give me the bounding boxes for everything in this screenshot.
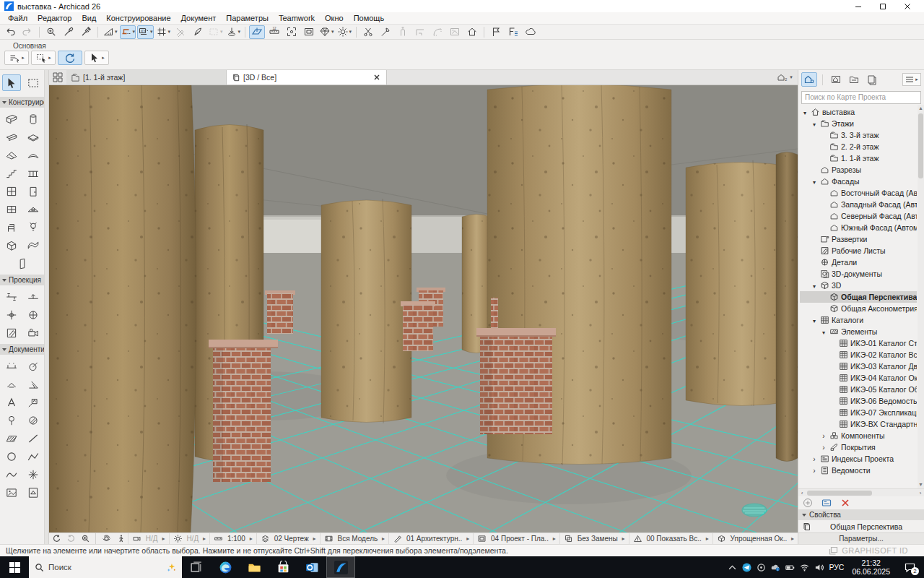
3d-scene[interactable] (49, 85, 798, 532)
marquee-tool[interactable] (24, 74, 43, 91)
patch-tool[interactable] (24, 412, 43, 428)
wall-tool[interactable] (2, 111, 21, 127)
edge-button[interactable] (211, 556, 240, 578)
elevation-tool[interactable] (24, 288, 43, 305)
tree-item[interactable]: 3D-документы (800, 268, 917, 280)
close-button[interactable] (895, 1, 920, 12)
pen-set-cell[interactable]: 01 Архитектурн.. (388, 533, 473, 544)
tree-item[interactable]: 2. 2-й этаж (800, 141, 917, 152)
tree-item[interactable]: Северный Фасад (Автоматически (800, 210, 917, 222)
expander-icon[interactable] (811, 177, 818, 186)
tree-horizontal-scrollbar[interactable]: ‹ › (798, 488, 924, 496)
split-button[interactable] (378, 25, 393, 39)
tab-close-icon[interactable] (372, 72, 382, 82)
3d-viewport[interactable] (49, 85, 798, 532)
tree-item[interactable]: Каталоги (800, 314, 917, 326)
telegram-icon[interactable] (742, 563, 751, 572)
bimcloud-button[interactable] (523, 25, 539, 39)
toolbox-section-design[interactable]: Конструирова (0, 97, 44, 108)
line-tool[interactable] (24, 430, 43, 447)
snap-grid-button[interactable] (155, 25, 172, 39)
select-mode-button[interactable] (31, 51, 56, 65)
guide-lines-button[interactable] (102, 25, 118, 39)
tree-item[interactable]: ИКЭ-05 Каталог Объектов (800, 384, 917, 395)
label-tool[interactable] (24, 394, 43, 410)
orbit-tool-button[interactable] (58, 51, 82, 65)
orbit-button[interactable] (99, 533, 113, 544)
annotation-tool[interactable] (2, 412, 21, 428)
tree-item[interactable]: ИКЭ-06 Ведомость Проемов (800, 395, 917, 407)
menu-item[interactable]: Документ (176, 12, 222, 24)
tree-item[interactable]: Развертки (800, 233, 917, 245)
tree-item[interactable]: Восточный Фасад (Автоматическ (800, 187, 917, 199)
microsoft-store-button[interactable] (269, 556, 297, 578)
toolbox-section-document[interactable]: Документирова (0, 344, 44, 355)
menu-item[interactable]: Teamwork (274, 12, 320, 24)
file-explorer-button[interactable] (240, 556, 269, 578)
radial-dimension-tool[interactable] (24, 358, 43, 374)
angle-dimension-tool[interactable] (24, 376, 43, 392)
slab-tool[interactable] (24, 129, 43, 145)
drag-tool-button[interactable] (4, 51, 29, 65)
opening-tool[interactable] (13, 255, 32, 272)
input-constraints-button[interactable]: XY (137, 25, 154, 39)
scroll-up-icon[interactable]: ▲ (918, 105, 924, 112)
settings-button[interactable]: Параметры... (798, 532, 924, 544)
spline-tool[interactable] (2, 466, 21, 483)
graphisoft-id[interactable]: GRAPHISOFT ID (829, 546, 918, 556)
menu-item[interactable]: Редактор (32, 12, 77, 24)
scroll-left-icon[interactable]: ‹ (798, 489, 806, 496)
circle-tool[interactable] (2, 448, 21, 465)
scrollbar-thumb[interactable] (918, 113, 923, 178)
archicad-taskbar-button[interactable] (326, 556, 355, 578)
beam-tool[interactable] (2, 129, 21, 145)
camera-options-cell[interactable]: Н/Д (128, 533, 169, 544)
arrow-tool[interactable] (2, 74, 21, 91)
expander-icon[interactable] (811, 454, 818, 463)
graphic-overrides-cell[interactable]: Без Замены (559, 533, 629, 544)
detail-tool[interactable] (24, 306, 43, 323)
zoom-button[interactable] (78, 533, 92, 544)
tree-item[interactable]: 3D (800, 280, 917, 291)
trace-reference-button[interactable] (120, 25, 136, 39)
outlook-button[interactable] (297, 556, 326, 578)
tree-item[interactable]: Южный Фасад (Автоматически Г (800, 222, 917, 233)
tab-overview-button[interactable] (49, 70, 66, 85)
tab-3d-view[interactable]: [3D / Все] (227, 70, 387, 85)
scrollbar-thumb[interactable] (807, 491, 872, 496)
delete-view-button[interactable] (840, 498, 850, 508)
expander-icon[interactable] (820, 431, 827, 440)
polyline-tool[interactable] (24, 448, 43, 465)
add-view-button[interactable] (803, 498, 813, 508)
home-story-button[interactable] (464, 25, 480, 39)
skylight-tool[interactable] (24, 201, 43, 217)
redo-button[interactable] (19, 25, 35, 39)
3d-style-cell[interactable]: Упрощенная Ок.. (712, 533, 798, 544)
dimension-tool[interactable] (2, 358, 21, 374)
expander-icon[interactable] (820, 327, 827, 336)
tree-item[interactable]: ИКЭ-04 Каталог Окон (800, 372, 917, 384)
find-select-button[interactable] (43, 25, 59, 39)
tree-item[interactable]: ИКЭ-ВХ Стандартный Каталог I (800, 418, 917, 430)
expander-icon[interactable] (811, 281, 818, 290)
tree-item[interactable]: ИКЭ-01 Каталог Стен (800, 337, 917, 349)
tree-vertical-scrollbar[interactable]: ▲ ▼ (918, 105, 924, 488)
sun-options-cell[interactable]: Н/Д (169, 533, 210, 544)
wifi-icon[interactable] (800, 563, 809, 572)
navigator-menu-button[interactable] (902, 73, 921, 86)
task-view-button[interactable] (182, 556, 211, 578)
suspend-groups-button[interactable] (173, 25, 188, 39)
tree-item[interactable]: Фасады (800, 176, 917, 187)
project-map-button[interactable] (801, 72, 817, 87)
camera-tool[interactable] (24, 324, 43, 341)
scroll-down-icon[interactable]: ▼ (918, 481, 924, 488)
measure-button[interactable]: 12 (266, 25, 282, 39)
marquee-mode-button[interactable] (207, 25, 224, 39)
toolbox-section-viewpoints[interactable]: Проекция (0, 275, 44, 285)
drawing-tool[interactable] (24, 484, 43, 501)
tree-item[interactable]: Общая Перспектива (800, 291, 917, 303)
view-map-button[interactable] (828, 72, 844, 87)
favorites-button[interactable] (505, 25, 521, 39)
tree-item[interactable]: Покрытия (800, 441, 917, 453)
column-tool[interactable] (24, 111, 43, 127)
